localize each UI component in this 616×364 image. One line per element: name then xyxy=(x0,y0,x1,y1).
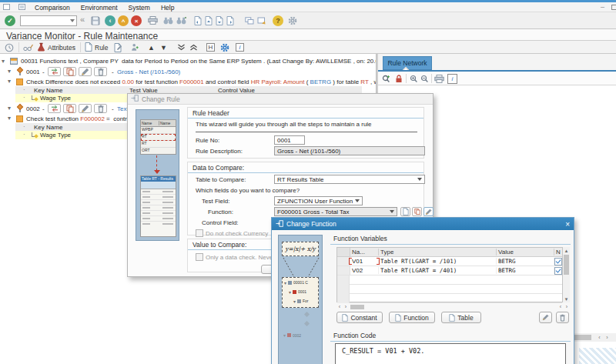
minimize-button[interactable]: – xyxy=(601,3,604,11)
zoom-out-icon[interactable] xyxy=(419,73,430,84)
variable-row-empty[interactable] xyxy=(337,285,562,294)
menu-comparison[interactable]: Comparison xyxy=(29,3,75,12)
new-session-icon[interactable] xyxy=(245,17,254,26)
negative-checkbox[interactable] xyxy=(554,267,562,275)
caret-down-icon[interactable]: ▾ xyxy=(2,58,5,65)
change-rule-titlebar[interactable]: Change Rule xyxy=(128,94,433,105)
edit-rule-button[interactable] xyxy=(79,104,92,113)
print-icon[interactable] xyxy=(148,16,158,26)
comparison-root-label[interactable]: 00031 Functions text , Compare PY data f… xyxy=(21,58,401,65)
display-change-icon[interactable] xyxy=(23,44,33,53)
delete-rule-button[interactable] xyxy=(94,67,107,76)
delete-variable-button[interactable] xyxy=(556,312,569,323)
expand-all-icon[interactable] xyxy=(177,44,186,52)
previous-page-icon[interactable] xyxy=(205,16,213,27)
next-page-icon[interactable] xyxy=(216,16,223,27)
system-menu-icon[interactable] xyxy=(3,4,10,10)
tree-check-row-1[interactable]: ▾ Check Difference does not exceed 0.00 … xyxy=(0,78,374,86)
create-shortcut-icon[interactable] xyxy=(257,17,266,26)
move-down-icon[interactable]: ▼ xyxy=(160,44,167,52)
display-lock-icon[interactable] xyxy=(393,73,404,84)
create-function-button[interactable] xyxy=(400,207,410,216)
create-rule-button[interactable]: Rule xyxy=(85,42,108,52)
settings-gear-icon[interactable] xyxy=(220,43,229,54)
enter-button[interactable]: ✓ xyxy=(5,15,15,26)
currency-checkbox[interactable] xyxy=(196,229,203,237)
currency-checkbox-row[interactable]: Do not check Currency xyxy=(196,229,268,237)
print-network-icon[interactable] xyxy=(434,73,445,84)
variable-row-empty[interactable] xyxy=(337,276,562,285)
function-combo[interactable]: F000001 Gross - Total Tax xyxy=(274,207,397,216)
wage-type-label[interactable]: Wage Type xyxy=(40,132,71,139)
wage-type-label[interactable]: Wage Type xyxy=(40,95,71,102)
caret-down-icon[interactable]: ▾ xyxy=(8,105,11,112)
caret-down-icon[interactable]: ▾ xyxy=(8,68,11,75)
table-to-compare-select[interactable]: RT Results Table xyxy=(274,175,425,184)
edit-function-button[interactable] xyxy=(424,207,434,216)
hierarchy-header-icon[interactable]: H xyxy=(206,43,215,52)
toggle-rule-button[interactable] xyxy=(48,104,61,113)
add-function-button[interactable]: Function xyxy=(389,312,435,323)
change-function-titlebar[interactable]: Change Function × xyxy=(272,218,574,230)
caret-down-icon[interactable]: ▾ xyxy=(8,78,11,85)
info-icon[interactable]: i xyxy=(236,43,244,52)
add-constant-button[interactable]: Constant xyxy=(336,312,383,323)
maximize-button[interactable] xyxy=(611,5,616,10)
rule-number[interactable]: 0001 xyxy=(26,68,40,75)
delete-rule-button[interactable] xyxy=(94,104,107,113)
copy-function-button[interactable] xyxy=(412,207,422,216)
collapse-toolbar-icon[interactable]: « xyxy=(80,15,85,24)
scroll-right-icon[interactable]: › xyxy=(604,334,611,341)
illustration-table-b: Table RT - Results table xyxy=(140,175,176,237)
first-page-icon[interactable] xyxy=(194,16,202,27)
menu-system[interactable]: System xyxy=(123,3,156,12)
collapse-all-icon[interactable] xyxy=(189,44,198,52)
function-code-editor[interactable]: C_RESULT = V01 + V02. xyxy=(335,343,566,364)
rule-no-field[interactable]: 0001 xyxy=(274,135,305,145)
variable-row-v01[interactable]: V01 Table RT(LGART = /101) BETRG xyxy=(337,257,562,266)
command-field[interactable] xyxy=(20,15,77,26)
select-mode-icon[interactable] xyxy=(380,73,392,84)
move-up-icon[interactable]: ▲ xyxy=(148,44,155,52)
variables-v-scrollbar[interactable]: ▴ ▾ xyxy=(563,247,570,302)
find-icon[interactable] xyxy=(163,17,173,26)
find-next-icon[interactable] xyxy=(176,17,186,26)
rule-description-field[interactable]: Gross - Net (/101-/560) xyxy=(274,146,425,155)
save-icon[interactable] xyxy=(91,16,100,27)
edit-document-icon[interactable] xyxy=(114,43,123,54)
scroll-left-icon[interactable]: ‹ xyxy=(596,334,603,341)
close-icon[interactable]: × xyxy=(565,220,570,229)
last-page-icon[interactable] xyxy=(226,16,234,27)
back-button[interactable]: ‹ xyxy=(105,15,116,26)
negative-checkbox[interactable] xyxy=(554,258,562,265)
exit-button[interactable]: ˄ xyxy=(118,15,129,26)
data-check-checkbox[interactable] xyxy=(196,253,203,261)
rule-description[interactable]: Gross - Net (/101-/560) xyxy=(117,68,180,75)
refresh-time-icon[interactable] xyxy=(5,43,14,54)
attributes-button[interactable]: Attributes xyxy=(37,42,75,52)
rule-number[interactable]: 0002 xyxy=(26,105,40,112)
menu-environment[interactable]: Environment xyxy=(75,3,123,12)
menu-help[interactable]: Help xyxy=(156,3,179,12)
edit-rule-button[interactable] xyxy=(79,67,92,76)
command-field-chevron-icon[interactable] xyxy=(70,19,75,22)
help-button[interactable]: ? xyxy=(273,15,283,26)
assign-user-icon[interactable] xyxy=(131,43,139,53)
window-menu-icon[interactable] xyxy=(18,4,25,10)
variables-h-scrollbar[interactable]: ‹› ‹› xyxy=(336,303,570,310)
zoom-in-icon[interactable] xyxy=(408,73,420,84)
caret-down-icon[interactable]: ▾ xyxy=(8,115,11,122)
cancel-button[interactable]: × xyxy=(131,15,142,26)
copy-rule-button[interactable] xyxy=(63,67,76,76)
copy-rule-button[interactable] xyxy=(63,104,76,113)
edit-variable-button[interactable] xyxy=(539,312,552,323)
toggle-rule-button[interactable] xyxy=(48,67,61,76)
test-field-select[interactable]: ZFUNCTION User Function xyxy=(274,196,363,205)
customize-layout-icon[interactable] xyxy=(288,16,297,27)
col-type: Type xyxy=(379,249,497,255)
variable-row-empty[interactable] xyxy=(337,294,562,303)
tree-root-row[interactable]: ▾ 00031 Functions text , Compare PY data… xyxy=(0,57,374,65)
add-table-button[interactable]: Table xyxy=(441,312,481,323)
network-info-icon[interactable]: i xyxy=(447,73,458,84)
variable-row-v02[interactable]: V02 Table RT(LGART = /401) BETRG xyxy=(337,266,562,276)
